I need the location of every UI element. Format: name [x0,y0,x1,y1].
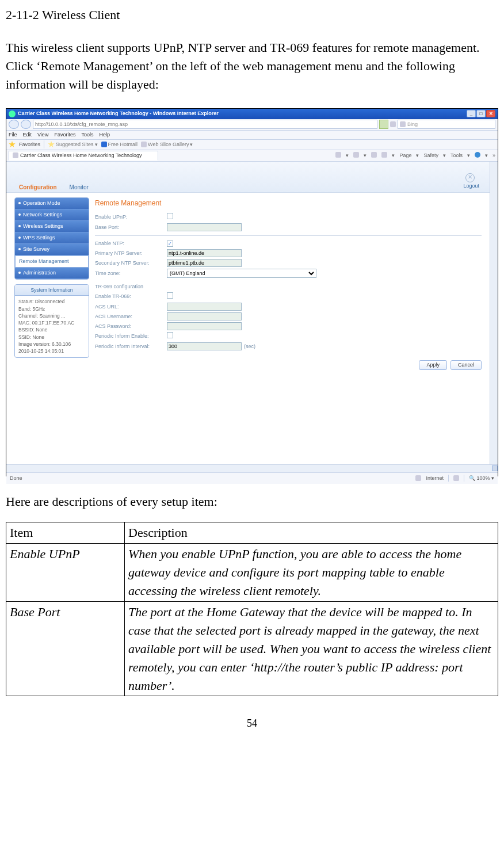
tab-configuration[interactable]: Configuration [19,184,57,192]
page-icon [13,152,18,158]
page-viewport: Configuration Monitor ✕ Logout Operation… [6,162,498,464]
sidebar-item-site-survey[interactable]: Site Survey [15,244,89,255]
apply-button[interactable]: Apply [419,360,447,370]
bing-icon [400,121,406,127]
maximize-button[interactable]: □ [476,110,486,117]
edit-menu[interactable]: Edit [23,131,32,139]
label-acs-password: ACS Password: [95,323,167,330]
label-acs-username: ACS Username: [95,313,167,320]
feeds-icon[interactable] [353,152,359,158]
sidebar-item-wireless-settings[interactable]: Wireless Settings [15,221,89,232]
cell-description: When you enable UPnP function, you are a… [125,544,498,602]
sidebar-item-wps-settings[interactable]: WPS Settings [15,232,89,244]
descriptions-intro: Here are descriptions of every setup ite… [6,493,498,511]
sysinfo-image: Image version: 6.30.106 [18,341,85,348]
input-periodic-inform-interval[interactable] [167,342,242,350]
web-slice-link[interactable]: Web Slice Gallery ▾ [141,141,193,148]
star-icon [48,141,55,148]
help-menu[interactable]: Help [99,131,110,139]
checkbox-enable-tr069[interactable] [167,292,173,299]
page-dropdown[interactable]: Page [399,152,411,159]
status-done: Done [10,475,22,482]
ie-status-bar: Done Internet 🔍 100% ▾ [6,472,498,484]
input-acs-url[interactable] [167,303,242,311]
address-input[interactable]: http://10.0.0.10/xts/cfg_remote_mng.asp [33,120,377,129]
suggested-sites-link[interactable]: Suggested Sites ▾ [48,141,98,148]
label-sec: (sec) [244,343,255,349]
tools-dropdown[interactable]: Tools [450,152,463,159]
description-table: Item Description Enable UPnP When you en… [6,522,498,696]
tab-monitor[interactable]: Monitor [70,184,89,192]
active-tab[interactable]: Carrier Class Wireless Home Networking T… [9,151,158,161]
minimize-button[interactable]: _ [467,110,476,117]
content-heading: Remote Management [95,199,482,208]
close-button[interactable]: ✕ [486,110,495,117]
label-base-port: Base Port: [95,224,167,231]
input-base-port[interactable] [167,223,242,231]
checkbox-periodic-inform[interactable] [167,332,173,338]
stop-button[interactable] [390,121,396,127]
label-primary-ntp: Primary NTP Server: [95,250,167,257]
system-info-panel: System Information Status: Disconnected … [14,284,89,358]
safety-dropdown[interactable]: Safety [423,152,438,159]
horizontal-scrollbar[interactable] [6,464,498,472]
favorites-star-icon[interactable] [9,141,16,148]
sysinfo-header: System Information [15,285,89,296]
sysinfo-ssid: SSID: None [18,334,85,341]
input-secondary-ntp[interactable] [167,259,242,267]
vertical-scrollbar[interactable] [490,162,498,464]
favorites-label: Favorites [19,141,40,148]
help-icon[interactable] [475,152,480,158]
home-icon[interactable] [335,152,341,158]
section-heading: 2-11-2 Wireless Client [6,6,498,24]
sysinfo-channel: Channel: Scanning ... [18,312,85,319]
favorites-bar: Favorites Suggested Sites ▾ Free Hotmail… [6,140,498,150]
window-title: Carrier Class Wireless Home Networking T… [18,110,219,117]
chevron-icon[interactable]: » [492,152,495,159]
search-input[interactable]: Bing [398,120,495,129]
input-primary-ntp[interactable] [167,249,242,257]
label-enable-upnp: Enable UPnP: [95,213,167,221]
zoom-label[interactable]: 🔍 100% ▾ [469,475,494,482]
checkbox-enable-upnp[interactable] [167,213,173,219]
free-hotmail-link[interactable]: Free Hotmail [101,141,138,148]
sidebar-item-operation-mode[interactable]: Operation Mode [15,198,89,209]
file-menu[interactable]: File [9,131,17,139]
page-banner: Configuration Monitor ✕ Logout [6,162,490,193]
label-periodic-inform-enable: Periodic Inform Enable: [95,333,167,340]
table-header-row: Item Description [6,522,498,544]
header-item: Item [6,522,125,544]
cell-item: Enable UPnP [6,544,125,602]
sysinfo-datetime: 2010-10-25 14:05:01 [18,348,85,354]
view-menu[interactable]: View [37,131,48,139]
checkbox-enable-ntp[interactable] [167,241,173,247]
header-description: Description [125,522,498,544]
mail-icon[interactable] [371,152,377,158]
go-refresh-button[interactable] [379,120,388,129]
label-acs-url: ACS URL: [95,303,167,311]
tools-menu[interactable]: Tools [81,131,93,139]
search-placeholder: Bing [407,121,418,128]
sysinfo-status: Status: Disconnected [18,298,85,305]
label-periodic-inform-interval: Periodic Inform Interval: [95,343,167,350]
sidebar-item-remote-management[interactable]: Remote Management [15,255,89,268]
side-nav: Operation Mode Network Settings Wireless… [14,197,89,280]
label-timezone: Time zone: [95,270,167,277]
input-acs-username[interactable] [167,312,242,320]
input-acs-password[interactable] [167,322,242,330]
web-slice-icon [141,142,147,147]
sidebar-item-administration[interactable]: Administration [15,268,89,279]
banner-close-icon[interactable]: ✕ [465,173,475,182]
select-timezone[interactable]: (GMT) England [167,269,316,278]
sysinfo-mac: MAC: 00:1F:1F:EE:70:AC [18,319,85,326]
sysinfo-band: Band: 5GHz [18,306,85,312]
nav-back-button[interactable] [9,120,19,129]
label-enable-tr069: Enable TR-069: [95,293,167,300]
sidebar-item-network-settings[interactable]: Network Settings [15,209,89,221]
print-icon[interactable] [381,152,387,158]
cancel-button[interactable]: Cancel [450,360,482,370]
tab-bar: Carrier Class Wireless Home Networking T… [6,150,498,162]
favorites-menu[interactable]: Favorites [54,131,75,139]
nav-forward-button[interactable] [21,120,31,129]
logout-link[interactable]: Logout [463,182,479,192]
